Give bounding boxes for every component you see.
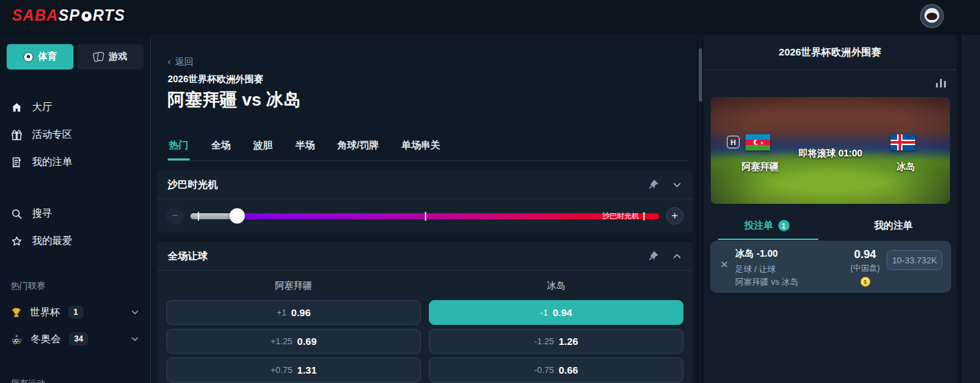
panel-title: 沙巴时光机 <box>168 178 218 191</box>
olympic-rings-icon: ❄ <box>11 334 23 345</box>
time-machine-slider-row: − 沙巴时光机 + <box>157 199 693 233</box>
chevron-up-icon[interactable] <box>672 251 682 261</box>
right-panel-title: 2026世界杯欧洲外围赛 <box>703 35 957 70</box>
odds-row: +1 0.96 -1 0.94 <box>166 300 683 325</box>
tab-single-parlay[interactable]: 单场串关 <box>400 135 442 160</box>
brand-logo-sp: SP <box>58 7 80 25</box>
handicap-value: +1 <box>277 307 287 317</box>
sidebar-league-world-cup[interactable]: 世界杯 1 <box>7 299 144 326</box>
sidebar-item-lobby[interactable]: 大厅 <box>7 94 144 121</box>
time-machine-slider[interactable]: 沙巴时光机 <box>190 213 659 219</box>
tab-half-time[interactable]: 半场 <box>294 135 316 160</box>
all-sports-heading: 所有运动 <box>7 376 144 383</box>
cards-icon <box>94 52 104 62</box>
slider-track-label: 沙巴时光机 <box>603 211 645 221</box>
brand-logo[interactable]: SABASPRTS <box>12 7 125 25</box>
tab-hot[interactable]: 热门 <box>168 135 190 160</box>
right-panel: 2026世界杯欧洲外围赛 H ★ 即将滚球 01:00 阿塞拜疆 冰岛 投注单 … <box>703 35 957 383</box>
odds-button-away-minus0-75[interactable]: -0.75 0.66 <box>429 358 683 382</box>
soccer-ball-icon <box>23 52 33 62</box>
coin-icon: $ <box>860 277 870 287</box>
main-scrollbar[interactable] <box>699 35 702 383</box>
trophy-icon <box>11 307 22 318</box>
sidebar-tab-games[interactable]: 游戏 <box>77 44 144 70</box>
bet-slip-card: ✕ 冰岛 -1.00 足球 / 让球 阿塞拜疆 vs 冰岛 0.94 (中国盘)… <box>710 241 951 293</box>
odds-value: 0.96 <box>291 307 311 318</box>
handicap-value: -1.25 <box>534 336 554 346</box>
iceland-flag-icon <box>890 134 915 150</box>
sidebar-item-label: 我的最爱 <box>32 235 72 247</box>
league-count-badge: 1 <box>68 305 84 319</box>
page-title: 阿塞拜疆 vs 冰岛 <box>168 88 301 112</box>
pin-icon[interactable] <box>648 251 659 261</box>
tab-label: 投注单 <box>744 219 774 232</box>
odds-button-away-minus1-selected[interactable]: -1 0.94 <box>429 300 683 325</box>
tab-correct-score[interactable]: 波胆 <box>252 135 274 160</box>
stake-input[interactable] <box>886 250 943 270</box>
home-badge: H <box>727 136 740 148</box>
chevron-down-icon <box>130 334 140 344</box>
league-label: 世界杯 <box>30 306 60 319</box>
panel-title: 全场让球 <box>168 250 208 263</box>
back-link[interactable]: ‹返回 <box>168 56 194 68</box>
stats-bars-icon[interactable] <box>936 79 946 88</box>
odds-button-away-minus1-25[interactable]: -1.25 1.26 <box>429 329 683 354</box>
odds-button-home-plus1[interactable]: +1 0.96 <box>166 300 421 325</box>
sidebar-item-promotions[interactable]: 活动专区 <box>7 121 144 148</box>
left-sidebar: 体育 游戏 大厅 活动专区 我的注单 搜寻 我的最爱 热门联赛 世界杯 1 ❄ <box>0 35 151 383</box>
handicap-panel: 全场让球 阿塞拜疆 冰岛 +1 0.96 -1 0.94 <box>157 242 693 383</box>
sidebar-item-label: 活动专区 <box>32 128 72 141</box>
pin-icon[interactable] <box>648 179 659 190</box>
tab-bet-slip[interactable]: 投注单 1 <box>703 213 830 240</box>
chevron-down-icon[interactable] <box>672 180 682 190</box>
odds-value: 0.69 <box>297 336 317 347</box>
odds-button-home-plus0-75[interactable]: +0.75 1.31 <box>166 358 421 382</box>
search-icon <box>11 208 23 220</box>
match-banner[interactable]: H ★ 即将滚球 01:00 阿塞拜疆 冰岛 <box>711 97 950 204</box>
handicap-value: -0.75 <box>534 365 554 375</box>
star-icon <box>11 235 23 247</box>
time-machine-panel: 沙巴时光机 − 沙巴时光机 + <box>157 170 693 233</box>
slider-minus-button[interactable]: − <box>166 207 184 225</box>
crescent-icon <box>754 140 759 145</box>
handicap-value: -1 <box>540 307 548 317</box>
receipt-icon <box>11 156 23 168</box>
away-team-name: 冰岛 <box>896 161 915 173</box>
scrollbar-thumb[interactable] <box>699 48 702 102</box>
odds-button-home-plus1-25[interactable]: +1.25 0.69 <box>166 329 421 354</box>
chevron-down-icon <box>130 307 140 317</box>
sidebar-item-label: 搜寻 <box>32 207 52 220</box>
odds-value: 0.94 <box>552 307 572 318</box>
market-tabs: 热门 全场 波胆 半场 角球/罚牌 单场串关 <box>168 135 689 161</box>
window-scrollbar[interactable] <box>962 35 980 383</box>
bet-selection: 冰岛 -1.00 <box>736 248 845 260</box>
tab-label: 我的注单 <box>874 219 913 232</box>
tab-corners-cards[interactable]: 角球/罚牌 <box>336 135 380 160</box>
bet-odds: 0.94 <box>850 248 880 261</box>
sidebar-item-favorites[interactable]: 我的最爱 <box>7 227 144 255</box>
column-header-home: 阿塞拜疆 <box>166 280 421 292</box>
astronaut-visor-icon <box>927 13 937 20</box>
sidebar-item-my-bets[interactable]: 我的注单 <box>7 148 144 176</box>
back-label: 返回 <box>175 56 194 67</box>
slider-label-text: 沙巴时光机 <box>603 211 639 221</box>
slider-track-gradient <box>237 213 659 219</box>
sidebar-item-search[interactable]: 搜寻 <box>7 200 144 227</box>
handicap-value: +1.25 <box>271 336 293 346</box>
star-icon: ★ <box>760 140 764 145</box>
bet-market: 足球 / 让球 <box>736 263 845 276</box>
close-icon[interactable]: ✕ <box>720 259 729 271</box>
tab-my-bets[interactable]: 我的注单 <box>830 213 957 240</box>
bet-slip-tabs: 投注单 1 我的注单 <box>703 213 957 240</box>
sidebar-tab-sports[interactable]: 体育 <box>7 44 73 70</box>
chevron-left-icon: ‹ <box>168 56 171 67</box>
slider-tick <box>198 212 199 221</box>
handicap-value: +0.75 <box>271 365 293 375</box>
sidebar-item-label: 我的注单 <box>32 156 72 168</box>
top-bar: SABASPRTS <box>0 0 980 35</box>
sidebar-league-winter-olympics[interactable]: ❄ 冬奥会 34 <box>7 326 144 352</box>
slider-plus-button[interactable]: + <box>666 207 683 225</box>
user-avatar[interactable] <box>920 4 944 28</box>
slider-thumb[interactable] <box>230 209 245 224</box>
tab-full-time[interactable]: 全场 <box>210 135 232 160</box>
